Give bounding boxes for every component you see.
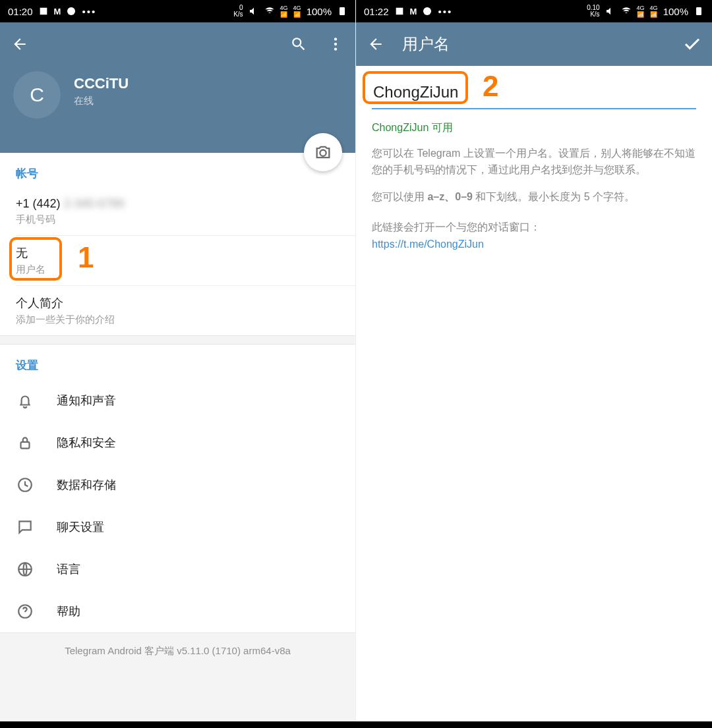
app-bar: C CCCiTU 在线: [0, 22, 355, 153]
chat-icon: [66, 6, 76, 16]
globe-icon: [16, 560, 34, 578]
wifi-icon: [264, 6, 275, 16]
net-speed: 0.10 K/s: [587, 5, 599, 18]
battery-text: 100%: [663, 6, 688, 17]
mute-icon: [605, 6, 616, 16]
signal-4g-icon-2: 4G📶: [650, 5, 658, 18]
username-available: ChongZiJun 可用: [372, 121, 696, 135]
screen-username-edit: 01:22 M ••• 0.10 K/s 4G📶 4G📶 100% 用户名: [356, 0, 712, 721]
settings-chat[interactable]: 聊天设置: [0, 506, 355, 548]
confirm-button[interactable]: [682, 34, 703, 55]
svg-point-9: [423, 7, 431, 15]
signal-4g-icon-2: 4G📶: [293, 5, 301, 18]
more-icon: •••: [438, 6, 452, 17]
profile-name: CCCiTU: [74, 75, 129, 92]
username-item[interactable]: 无 用户名 1: [0, 236, 355, 285]
svg-point-4: [334, 47, 337, 50]
settings-language[interactable]: 语言: [0, 548, 355, 590]
image-icon: [38, 6, 49, 16]
mail-icon: M: [54, 7, 61, 16]
search-button[interactable]: [288, 34, 309, 55]
status-bar: 01:20 M ••• 0 K/s 4G📶 4G📶 100%: [0, 0, 355, 22]
mail-icon: M: [410, 7, 417, 16]
bell-icon: [16, 391, 34, 410]
svg-rect-5: [21, 442, 30, 449]
chat-icon: [422, 6, 432, 16]
phone-number-item[interactable]: +1 (442) 2-345-6789 手机号码: [0, 188, 355, 235]
bio-item[interactable]: 个人简介 添加一些关于你的介绍: [0, 286, 355, 335]
phone-number-label: 手机号码: [16, 213, 340, 226]
mute-icon: [249, 6, 259, 16]
lock-icon: [16, 434, 34, 452]
settings-privacy[interactable]: 隐私和安全: [0, 422, 355, 464]
signal-4g-icon: 4G📶: [280, 5, 288, 18]
clock-icon: [16, 476, 34, 494]
username-card: 2 ChongZiJun 可用 您可以在 Telegram 上设置一个用户名。设…: [356, 66, 712, 250]
more-icon: •••: [82, 6, 96, 17]
username-link-intro: 此链接会打开一个与您的对话窗口：: [372, 219, 696, 236]
page-title: 用户名: [402, 34, 666, 55]
image-icon: [394, 6, 405, 16]
settings-data[interactable]: 数据和存储: [0, 464, 355, 506]
svg-point-2: [334, 38, 337, 40]
net-speed: 0 K/s: [233, 5, 243, 18]
username-help-2: 您可以使用 a–z、0–9 和下划线。最小长度为 5 个字符。: [372, 189, 696, 206]
svg-rect-1: [340, 7, 345, 15]
help-icon: [16, 602, 34, 621]
username-label: 用户名: [16, 264, 340, 276]
svg-point-3: [334, 43, 337, 45]
overflow-menu-button[interactable]: [325, 34, 346, 55]
section-account: 帐号: [0, 153, 355, 188]
avatar[interactable]: C: [13, 71, 61, 119]
battery-icon: [337, 6, 347, 16]
app-bar: 用户名: [356, 22, 712, 66]
back-button[interactable]: [365, 34, 386, 55]
signal-4g-icon: 4G📶: [637, 5, 645, 18]
back-button[interactable]: [9, 34, 30, 55]
username-link[interactable]: https://t.me/ChongZiJun: [372, 238, 696, 250]
chat-bubble-icon: [16, 518, 34, 536]
settings-notifications[interactable]: 通知和声音: [0, 379, 355, 422]
bio-label: 添加一些关于你的介绍: [16, 314, 340, 326]
battery-text: 100%: [307, 6, 332, 17]
camera-fab[interactable]: [304, 133, 342, 171]
status-time: 01:22: [364, 6, 389, 17]
svg-point-0: [67, 7, 75, 15]
wifi-icon: [621, 6, 632, 16]
battery-icon: [694, 6, 704, 16]
svg-rect-10: [696, 7, 701, 15]
section-settings: 设置: [0, 345, 355, 379]
settings-help[interactable]: 帮助: [0, 590, 355, 632]
status-time: 01:20: [8, 6, 33, 17]
profile-header: C CCCiTU 在线: [0, 66, 355, 153]
status-bar: 01:22 M ••• 0.10 K/s 4G📶 4G📶 100%: [356, 0, 712, 22]
bio-value: 个人简介: [16, 295, 340, 311]
nav-bar: [0, 721, 712, 728]
profile-status: 在线: [74, 95, 129, 107]
version-footer: Telegram Android 客户端 v5.11.0 (1710) arm6…: [0, 632, 355, 681]
username-input[interactable]: [372, 80, 696, 109]
username-help-1: 您可以在 Telegram 上设置一个用户名。设置后，别人将能够在不知道您的手机…: [372, 146, 696, 179]
phone-number-value: +1 (442) 2-345-6789: [16, 197, 340, 211]
username-value: 无: [16, 245, 340, 261]
screen-settings: 01:20 M ••• 0 K/s 4G📶 4G📶 100%: [0, 0, 356, 721]
